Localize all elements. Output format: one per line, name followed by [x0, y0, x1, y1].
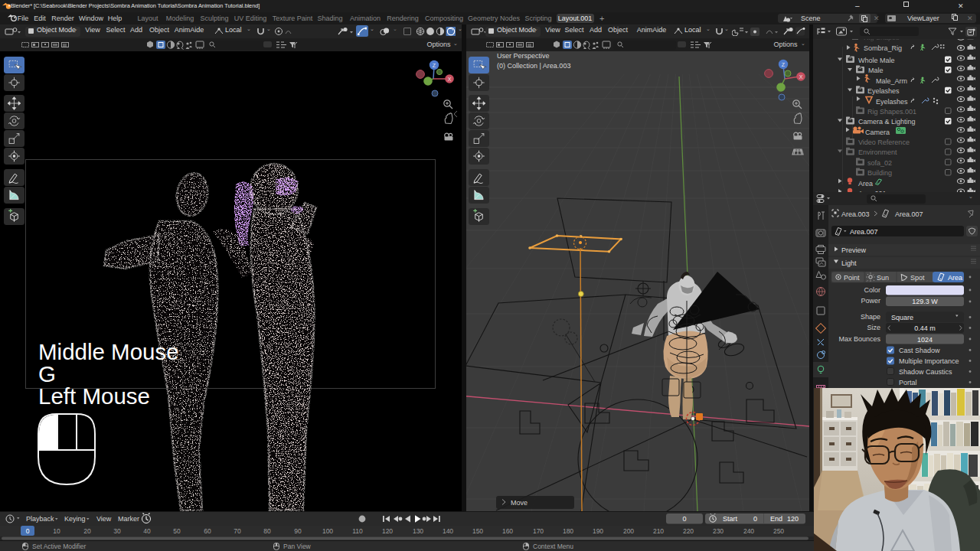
svg-text:User Perspective: User Perspective: [497, 52, 550, 60]
svg-text:90: 90: [294, 527, 302, 535]
svg-text:130: 130: [413, 527, 423, 535]
svg-text:Middle Mouse: Middle Mouse: [38, 339, 179, 364]
svg-text:Point: Point: [844, 274, 860, 282]
svg-text:Cast Shadow: Cast Shadow: [899, 347, 940, 354]
svg-text:0.44 m: 0.44 m: [914, 324, 936, 332]
svg-text:190: 190: [593, 527, 603, 535]
svg-text:100: 100: [322, 527, 333, 535]
svg-text:Start: Start: [723, 515, 738, 523]
svg-text:Marker: Marker: [118, 515, 139, 523]
svg-text:110: 110: [352, 527, 363, 535]
svg-text:20: 20: [83, 527, 91, 535]
svg-text:Color: Color: [864, 286, 880, 294]
svg-text:70: 70: [234, 527, 241, 535]
svg-text:Area: Area: [948, 274, 962, 282]
svg-text:Area.007: Area.007: [850, 228, 878, 236]
svg-text:220: 220: [683, 527, 694, 535]
svg-text:Size: Size: [867, 324, 880, 331]
svg-text:View: View: [96, 515, 112, 523]
svg-text:Multiple Importance: Multiple Importance: [899, 357, 959, 365]
svg-text:210: 210: [653, 527, 664, 535]
svg-text:Z: Z: [782, 62, 786, 67]
svg-text:Area.007: Area.007: [895, 210, 923, 218]
svg-text:0: 0: [682, 515, 686, 523]
svg-text:Z: Z: [433, 63, 436, 68]
svg-text:Sun: Sun: [877, 274, 889, 282]
svg-text:60: 60: [204, 527, 211, 535]
svg-text:120: 120: [787, 515, 799, 523]
svg-text:Move: Move: [511, 499, 528, 507]
svg-text:129.3 W: 129.3 W: [912, 298, 938, 305]
svg-text:0: 0: [26, 527, 30, 535]
svg-text:140: 140: [443, 527, 453, 535]
svg-text:Shadow Caustics: Shadow Caustics: [899, 368, 952, 376]
svg-text:40: 40: [143, 527, 151, 535]
svg-text:10: 10: [53, 527, 60, 535]
svg-text:Power: Power: [861, 297, 880, 305]
svg-text:30: 30: [113, 527, 121, 535]
svg-text:Area.003: Area.003: [841, 210, 870, 218]
svg-text:Max Bounces: Max Bounces: [838, 335, 880, 343]
svg-text:120: 120: [382, 527, 393, 535]
svg-text:80: 80: [263, 527, 271, 535]
svg-text:X: X: [799, 74, 803, 80]
svg-text:Portal: Portal: [899, 379, 917, 386]
svg-text:150: 150: [472, 527, 483, 535]
svg-text:Light: Light: [841, 259, 857, 267]
svg-text:170: 170: [533, 527, 544, 535]
svg-text:240: 240: [743, 527, 754, 535]
svg-text:Playback: Playback: [26, 515, 54, 523]
svg-text:Spot: Spot: [910, 274, 925, 282]
svg-text:End: End: [770, 515, 782, 523]
svg-text:Preview: Preview: [841, 246, 867, 254]
svg-text:1024: 1024: [917, 336, 933, 344]
svg-text:180: 180: [563, 527, 573, 535]
svg-text:50: 50: [173, 527, 181, 535]
svg-text:Keying: Keying: [64, 515, 86, 523]
svg-text:X: X: [448, 77, 452, 82]
svg-text:160: 160: [502, 527, 513, 535]
svg-text:0: 0: [753, 515, 757, 523]
svg-text:Square: Square: [891, 314, 913, 321]
svg-text:Shape: Shape: [861, 313, 880, 321]
svg-text:200: 200: [623, 527, 634, 535]
svg-text:230: 230: [713, 527, 724, 535]
svg-text:(0) Collection | Area.003: (0) Collection | Area.003: [497, 62, 570, 70]
svg-text:Left Mouse: Left Mouse: [38, 383, 150, 409]
svg-text:250: 250: [773, 527, 784, 535]
